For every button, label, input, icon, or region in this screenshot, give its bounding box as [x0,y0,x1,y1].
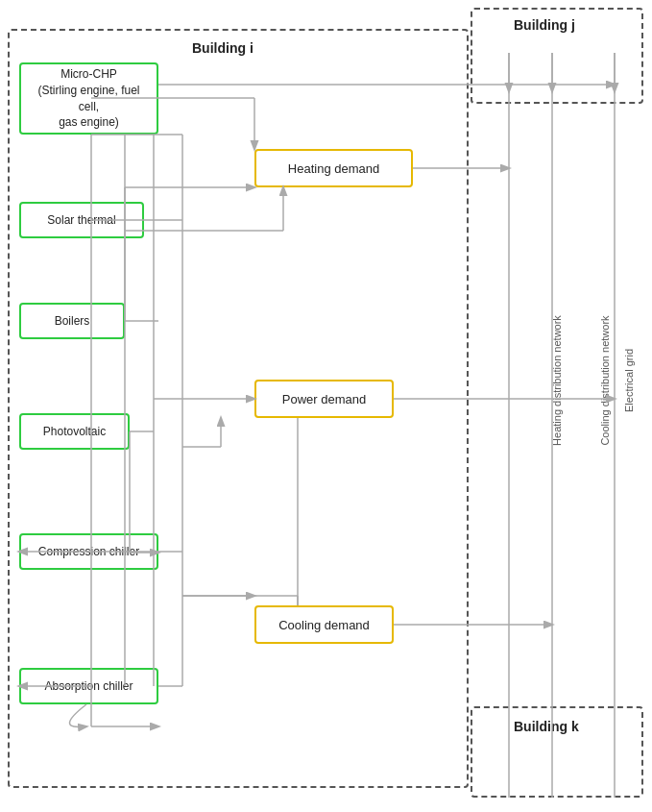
diagram: Building i Building j Building k Micro-C… [0,0,652,812]
building-j-label: Building j [514,17,575,33]
heating-network-label: Heating distribution network [551,315,563,446]
heating-demand-box: Heating demand [254,149,413,187]
absorption-chiller-box: Absorption chiller [19,668,158,704]
cooling-network-label: Cooling distribution network [599,315,611,445]
building-k-label: Building k [514,719,579,734]
compression-chiller-box: Compression chiller [19,533,158,570]
building-i-label: Building i [192,40,254,56]
solar-thermal-box: Solar thermal [19,202,144,238]
electrical-grid-label: Electrical grid [623,349,635,412]
micro-chp-box: Micro-CHP(Stirling engine, fuel cell,gas… [19,62,158,135]
power-demand-box: Power demand [254,380,394,418]
cooling-demand-box: Cooling demand [254,605,394,644]
boilers-box: Boilers [19,303,125,339]
photovoltaic-box: Photovoltaic [19,413,130,450]
